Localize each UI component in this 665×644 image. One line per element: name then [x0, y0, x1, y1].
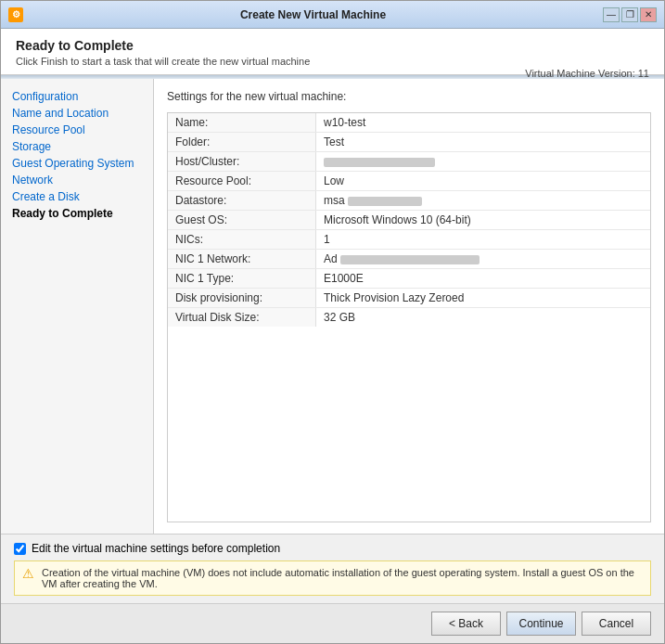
table-row: Disk provisioning: Thick Provision Lazy …	[168, 289, 650, 308]
row-value-nic1-network: Ad	[316, 250, 650, 268]
row-value-folder: Test	[316, 133, 650, 151]
table-row: NICs: 1	[168, 230, 650, 250]
warning-text: Creation of the virtual machine (VM) doe…	[42, 567, 643, 589]
sidebar-item-resource-pool[interactable]: Resource Pool	[12, 122, 142, 138]
row-label-datastore: Datastore:	[168, 191, 316, 210]
edit-settings-checkbox[interactable]	[14, 543, 26, 555]
warning-icon: ⚠	[22, 567, 34, 580]
app-icon: ⚙	[8, 7, 23, 22]
table-row: Datastore: msa	[168, 191, 650, 211]
close-button[interactable]: ✕	[640, 7, 657, 22]
table-row: Host/Cluster:	[168, 152, 650, 172]
row-label-disk-size: Virtual Disk Size:	[168, 308, 316, 327]
redacted-datastore	[348, 197, 422, 206]
row-value-nic1-type: E1000E	[316, 269, 650, 288]
table-row: Virtual Disk Size: 32 GB	[168, 308, 650, 327]
row-value-name: w10-test	[316, 113, 650, 132]
window-controls: — ❐ ✕	[603, 7, 657, 22]
row-label-name: Name:	[168, 113, 316, 132]
row-value-nics: 1	[316, 230, 650, 249]
sidebar: Configuration Name and Location Resource…	[1, 79, 154, 534]
page-subtitle: Click Finish to start a task that will c…	[16, 56, 649, 67]
minimize-button[interactable]: —	[603, 7, 620, 22]
window-title: Create New Virtual Machine	[23, 8, 603, 21]
row-value-disk-provisioning: Thick Provision Lazy Zeroed	[316, 289, 650, 307]
redacted-nic1-network	[340, 255, 480, 264]
settings-section-title: Settings for the new virtual machine:	[167, 90, 651, 103]
sidebar-item-network[interactable]: Network	[12, 172, 142, 188]
row-label-nic1-network: NIC 1 Network:	[168, 250, 316, 268]
row-label-resource-pool: Resource Pool:	[168, 172, 316, 190]
main-window: ⚙ Create New Virtual Machine — ❐ ✕ Ready…	[0, 0, 665, 644]
continue-button[interactable]: Continue	[506, 612, 576, 636]
back-button[interactable]: < Back	[431, 612, 501, 636]
checkbox-label[interactable]: Edit the virtual machine settings before…	[32, 542, 280, 555]
table-row: Name: w10-test	[168, 113, 650, 133]
button-bar: < Back Continue Cancel	[1, 603, 664, 643]
sidebar-item-guest-os[interactable]: Guest Operating System	[12, 155, 142, 172]
table-row: Resource Pool: Low	[168, 172, 650, 191]
main-content: Configuration Name and Location Resource…	[1, 79, 664, 534]
title-bar: ⚙ Create New Virtual Machine — ❐ ✕	[1, 1, 664, 29]
settings-table: Name: w10-test Folder: Test Host/Cluster…	[167, 112, 651, 522]
redacted-host	[324, 158, 435, 167]
row-label-host: Host/Cluster:	[168, 152, 316, 171]
page-title: Ready to Complete	[16, 38, 649, 53]
row-value-datastore: msa	[316, 191, 650, 210]
table-row: NIC 1 Type: E1000E	[168, 269, 650, 289]
row-label-guest-os: Guest OS:	[168, 211, 316, 229]
table-row: Guest OS: Microsoft Windows 10 (64-bit)	[168, 211, 650, 230]
warning-banner: ⚠ Creation of the virtual machine (VM) d…	[14, 560, 651, 596]
sidebar-item-create-disk[interactable]: Create a Disk	[12, 188, 142, 205]
row-value-guest-os: Microsoft Windows 10 (64-bit)	[316, 211, 650, 229]
row-value-resource-pool: Low	[316, 172, 650, 190]
maximize-button[interactable]: ❐	[621, 7, 638, 22]
row-value-host	[316, 152, 650, 171]
footer-area: Edit the virtual machine settings before…	[1, 534, 664, 603]
vm-version-label: Virtual Machine Version: 11	[525, 68, 649, 79]
cancel-button[interactable]: Cancel	[582, 612, 651, 636]
sidebar-item-ready: Ready to Complete	[12, 205, 142, 222]
row-value-disk-size: 32 GB	[316, 308, 650, 327]
sidebar-item-storage[interactable]: Storage	[12, 138, 142, 155]
sidebar-item-name-location[interactable]: Name and Location	[12, 105, 142, 122]
row-label-nic1-type: NIC 1 Type:	[168, 269, 316, 288]
table-row: Folder: Test	[168, 133, 650, 152]
row-label-nics: NICs:	[168, 230, 316, 249]
row-label-folder: Folder:	[168, 133, 316, 151]
checkbox-row: Edit the virtual machine settings before…	[14, 542, 651, 555]
content-area: Settings for the new virtual machine: Na…	[154, 79, 664, 534]
table-row: NIC 1 Network: Ad	[168, 250, 650, 269]
row-label-disk-provisioning: Disk provisioning:	[168, 289, 316, 307]
sidebar-item-configuration[interactable]: Configuration	[12, 88, 142, 105]
header-section: Ready to Complete Click Finish to start …	[1, 29, 664, 79]
